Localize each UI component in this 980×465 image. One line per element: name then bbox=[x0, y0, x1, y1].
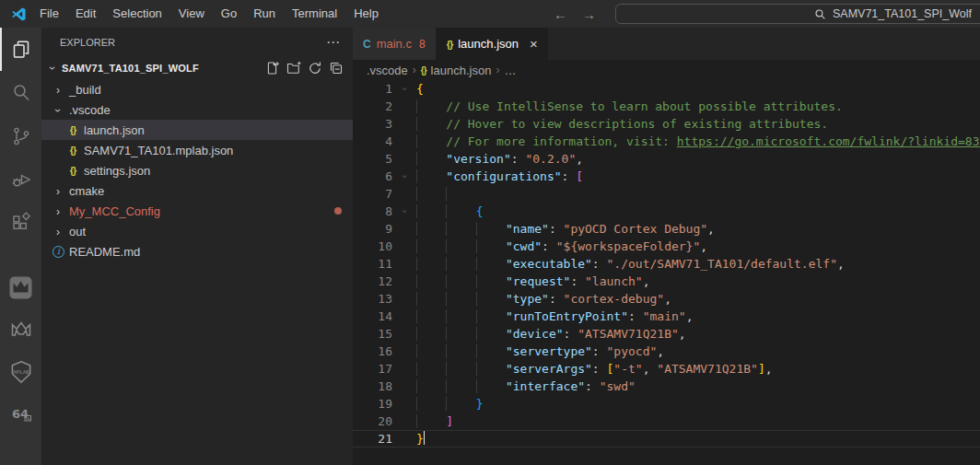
tree-item-.vscode[interactable]: ›.vscode bbox=[41, 99, 353, 120]
tree-item-README.md[interactable]: iREADME.md bbox=[41, 241, 353, 262]
code-line-5[interactable]: 5 "version": "0.2.0", bbox=[353, 150, 980, 168]
line-number: 4 bbox=[353, 133, 392, 150]
tab-bar: C main.c 8 {} launch.json × bbox=[353, 28, 980, 60]
collapse-all-button[interactable] bbox=[329, 61, 344, 76]
line-number: 20 bbox=[353, 413, 392, 430]
line-number: 16 bbox=[353, 343, 392, 360]
chevron-right-icon: › bbox=[496, 64, 499, 76]
tree-item-My_MCC_Config[interactable]: ›My_MCC_Config bbox=[41, 201, 353, 221]
breadcrumb-folder[interactable]: .vscode bbox=[367, 64, 408, 77]
code-line-4[interactable]: 4 // For more information, visit: https:… bbox=[353, 133, 980, 150]
menu-go[interactable]: Go bbox=[213, 0, 245, 28]
extensions-icon[interactable] bbox=[0, 201, 41, 244]
more-actions-button[interactable]: ⋯ bbox=[326, 34, 340, 51]
code-line-19[interactable]: 19 } bbox=[353, 395, 980, 413]
code-line-21[interactable]: 21} bbox=[353, 430, 980, 448]
fold-chevron-icon[interactable]: › bbox=[392, 203, 416, 220]
tree-item-settings.json[interactable]: {}settings.json bbox=[41, 160, 353, 180]
breadcrumb-file[interactable]: launch.json bbox=[431, 64, 492, 77]
line-number: 11 bbox=[353, 255, 392, 273]
code-line-3[interactable]: 3 // Hover to view descriptions of exist… bbox=[353, 115, 980, 133]
code-line-16[interactable]: 16 "servertype": "pyocd", bbox=[353, 343, 980, 360]
run-and-debug-icon[interactable] bbox=[0, 157, 41, 201]
tab-label: launch.json bbox=[458, 37, 519, 51]
line-number: 8 bbox=[353, 203, 392, 220]
code-line-17[interactable]: 17 "serverArgs": ["-t", "ATSAMV71Q21B"], bbox=[353, 360, 980, 378]
info-icon: i bbox=[52, 246, 64, 258]
new-file-button[interactable] bbox=[265, 61, 280, 76]
chevron-right-icon: › bbox=[51, 204, 65, 218]
menu-selection[interactable]: Selection bbox=[104, 0, 169, 28]
code-line-10[interactable]: 10 "cwd": "${workspaceFolder}", bbox=[353, 238, 980, 255]
close-icon[interactable]: × bbox=[530, 36, 538, 52]
explorer-icon[interactable] bbox=[0, 28, 41, 71]
explorer-actions bbox=[265, 61, 344, 76]
vscode-logo-icon bbox=[11, 6, 27, 22]
line-number: 18 bbox=[353, 378, 392, 395]
mplab-icon[interactable]: MPLAB bbox=[0, 351, 41, 393]
search-view-icon[interactable] bbox=[0, 71, 41, 114]
code-area: 1›{2 // Use IntelliSense to learn about … bbox=[353, 80, 980, 465]
tree-item-label: out bbox=[69, 225, 86, 238]
line-number: 2 bbox=[353, 98, 392, 115]
new-folder-button[interactable] bbox=[286, 61, 301, 76]
code-line-11[interactable]: 11 "executable": "./out/SAMV71_TA101/def… bbox=[353, 255, 980, 273]
fold-chevron-icon[interactable]: › bbox=[392, 168, 416, 185]
code-line-14[interactable]: 14 "runToEntryPoint": "main", bbox=[353, 308, 980, 325]
menu-view[interactable]: View bbox=[170, 0, 213, 28]
title-bar: FileEditSelectionViewGoRunTerminalHelp ←… bbox=[0, 0, 980, 28]
code-line-20[interactable]: 20 ] bbox=[353, 413, 980, 430]
tab-launch-json[interactable]: {} launch.json × bbox=[437, 28, 548, 60]
refresh-button[interactable] bbox=[308, 61, 322, 76]
tab-main-c[interactable]: C main.c 8 bbox=[353, 28, 437, 60]
menu-help[interactable]: Help bbox=[345, 0, 387, 28]
line-number: 5 bbox=[353, 150, 392, 168]
nav-forward-button[interactable]: → bbox=[582, 6, 596, 22]
menu-terminal[interactable]: Terminal bbox=[284, 0, 345, 28]
tree-item-launch.json[interactable]: {}launch.json bbox=[41, 120, 353, 140]
code-line-12[interactable]: 12 "request": "launch", bbox=[353, 273, 980, 290]
error-dot-badge bbox=[334, 207, 342, 215]
code-line-15[interactable]: 15 "device": "ATSAMV71Q21B", bbox=[353, 325, 980, 343]
microchip-outline-icon[interactable] bbox=[0, 308, 41, 351]
code-line-8[interactable]: 8› { bbox=[353, 203, 980, 220]
code-line-6[interactable]: 6› "configurations": [ bbox=[353, 168, 980, 185]
tree-item-out[interactable]: ›out bbox=[41, 221, 353, 241]
nav-back-button[interactable]: ← bbox=[554, 6, 567, 22]
code-line-7[interactable]: 7 bbox=[353, 185, 980, 203]
file-tree: ›_build›.vscode{}launch.json{}SAMV71_TA1… bbox=[41, 79, 353, 465]
text-cursor bbox=[424, 431, 426, 445]
code-line-2[interactable]: 2 // Use IntelliSense to learn about pos… bbox=[353, 98, 980, 115]
search-icon bbox=[814, 8, 826, 20]
tree-item-label: .vscode bbox=[69, 103, 111, 117]
breadcrumb-symbol[interactable]: … bbox=[504, 64, 516, 77]
tree-item-label: SAMV71_TA101.mplab.json bbox=[84, 144, 233, 157]
workspace-header[interactable]: › SAMV71_TA101_SPI_WOLF bbox=[41, 57, 353, 79]
line-number: 17 bbox=[353, 360, 392, 378]
search-box[interactable]: SAMV71_TA101_SPI_Wolf bbox=[615, 4, 980, 24]
line-number: 3 bbox=[353, 115, 392, 133]
code-line-9[interactable]: 9 "name": "pyOCD Cortex Debug", bbox=[353, 220, 980, 238]
microchip-extension-icon[interactable] bbox=[0, 266, 41, 308]
line-number: 12 bbox=[353, 273, 392, 290]
editor-group: C main.c 8 {} launch.json × .vscode › {}… bbox=[353, 28, 980, 465]
line-number: 1 bbox=[353, 80, 392, 98]
line-number: 9 bbox=[353, 220, 392, 238]
fold-chevron-icon[interactable]: › bbox=[392, 80, 416, 98]
mplab-64-icon[interactable]: 64db bbox=[0, 393, 41, 436]
sidebar-explorer: EXPLORER ⋯ › SAMV71_TA101_SPI_WOLF ›_bui… bbox=[41, 28, 353, 465]
code-line-1[interactable]: 1›{ bbox=[353, 80, 980, 98]
menu-run[interactable]: Run bbox=[245, 0, 284, 28]
tree-item-label: README.md bbox=[69, 245, 140, 259]
chevron-right-icon: › bbox=[413, 64, 416, 76]
tree-item-cmake[interactable]: ›cmake bbox=[41, 180, 353, 201]
source-control-icon[interactable] bbox=[0, 114, 41, 157]
menu-file[interactable]: File bbox=[31, 0, 67, 28]
code-line-13[interactable]: 13 "type": "cortex-debug", bbox=[353, 290, 980, 308]
tree-item-SAMV71_TA101.mplab.json[interactable]: {}SAMV71_TA101.mplab.json bbox=[41, 140, 353, 160]
tree-item-label: cmake bbox=[69, 184, 104, 198]
code-line-18[interactable]: 18 "interface": "swd" bbox=[353, 378, 980, 395]
menu-edit[interactable]: Edit bbox=[67, 0, 104, 28]
tree-item-_build[interactable]: ›_build bbox=[41, 79, 353, 99]
nav-arrows: ← → bbox=[554, 0, 596, 28]
